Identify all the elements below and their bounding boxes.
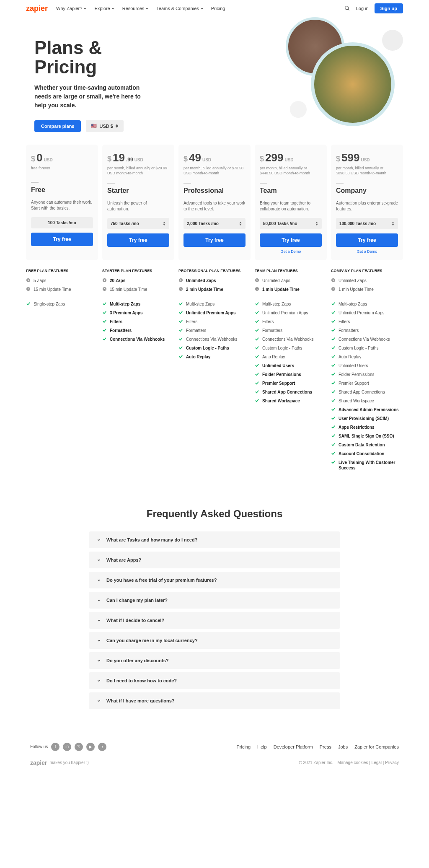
faq-item-8[interactable]: What if I have more questions? (89, 692, 340, 709)
footer-link-2[interactable]: Developer Platform (274, 744, 313, 749)
nav-item-4[interactable]: Pricing (211, 6, 225, 11)
price-amount: 0 (36, 151, 42, 164)
try-free-button[interactable]: Try free (336, 233, 398, 247)
plan-desc: Unleash the power of automation. (107, 200, 169, 212)
feature-heading: STARTER PLAN FEATURES (102, 269, 174, 273)
feature-row: Single-step Zaps (26, 301, 98, 307)
feature-row: Unlimited Zaps (331, 278, 403, 283)
feature-row: 5 Zaps (26, 278, 98, 283)
faq-item-7[interactable]: Do I need to know how to code? (89, 672, 340, 689)
get-demo-link[interactable]: Get a Demo (260, 249, 322, 254)
chevron-down-icon (97, 599, 101, 602)
facebook-icon[interactable]: f (51, 743, 59, 751)
search-icon[interactable] (344, 5, 350, 11)
feature-row: Filters (255, 319, 327, 324)
faq-question: Can you charge me in my local currency? (106, 638, 198, 643)
tasks-select[interactable]: 750 Tasks /mo (107, 218, 169, 229)
check-icon (255, 363, 259, 368)
check-icon (331, 451, 336, 456)
currency-select[interactable]: 🇺🇸USD $ (86, 120, 123, 132)
feature-row: Formatters (102, 328, 174, 333)
try-free-button[interactable]: Try free (107, 233, 169, 247)
zap-icon (102, 278, 107, 282)
nav-item-2[interactable]: Resources (122, 6, 149, 11)
tasks-select[interactable]: 50,000 Tasks /mo (260, 218, 322, 229)
youtube-icon[interactable]: ▶ (86, 743, 95, 751)
price-amount: 599 (341, 151, 359, 164)
legal-link-0[interactable]: Manage cookies (338, 760, 368, 765)
faq-item-2[interactable]: Do you have a free trial of your premium… (89, 572, 340, 588)
feature-row: 1 min Update Time (331, 287, 403, 292)
check-icon (255, 398, 259, 403)
faq-item-4[interactable]: What if I decide to cancel? (89, 612, 340, 629)
faq-item-0[interactable]: What are Tasks and how many do I need? (89, 531, 340, 548)
check-icon (331, 337, 336, 341)
footer: Follow us f in 𝕏 ▶ ⟩ PricingHelpDevelope… (22, 734, 407, 775)
feature-row: Filters (331, 319, 403, 324)
faq-item-6[interactable]: Do you offer any discounts? (89, 652, 340, 669)
nav-item-1[interactable]: Explore (94, 6, 114, 11)
price-amount: 49 (189, 151, 201, 164)
page-subtitle: Whether your time-saving automation need… (34, 83, 152, 110)
check-icon (331, 381, 336, 385)
linkedin-icon[interactable]: in (63, 743, 71, 751)
feature-row: Multi-step Zaps (178, 301, 251, 307)
chevron-down-icon (97, 558, 101, 562)
faq-item-1[interactable]: What are Apps? (89, 552, 340, 568)
chevron-down-icon (200, 7, 204, 10)
try-free-button[interactable]: Try free (260, 233, 322, 247)
footer-link-4[interactable]: Jobs (338, 744, 348, 749)
feature-row: Shared App Connections (331, 389, 403, 395)
feature-row: Shared Workspace (331, 398, 403, 404)
faq-item-5[interactable]: Can you charge me in my local currency? (89, 632, 340, 649)
faq-question: What are Apps? (106, 557, 141, 562)
rss-icon[interactable]: ⟩ (98, 743, 106, 751)
feature-row: Connections Via Webhooks (102, 337, 174, 342)
check-icon (255, 310, 259, 315)
check-icon (331, 363, 336, 368)
get-demo-link[interactable]: Get a Demo (336, 249, 398, 254)
feature-row: Unlimited Users (255, 363, 327, 368)
footer-link-1[interactable]: Help (257, 744, 267, 749)
try-free-button[interactable]: Try free (183, 233, 246, 247)
feature-row: Unlimited Zaps (178, 278, 251, 283)
feature-heading: TEAM PLAN FEATURES (255, 269, 327, 273)
tasks-select[interactable]: 100,000 Tasks /mo (336, 218, 398, 229)
legal-link-1[interactable]: Legal (372, 760, 382, 765)
feature-row: Filters (178, 319, 251, 324)
footer-link-3[interactable]: Press (320, 744, 331, 749)
feature-row: Auto Replay (331, 354, 403, 360)
hero: Plans & Pricing Whether your time-saving… (26, 17, 403, 145)
feature-row: Folder Permissions (255, 372, 327, 377)
footer-link-0[interactable]: Pricing (236, 744, 251, 749)
feature-heading: FREE PLAN FEATURES (26, 269, 98, 273)
check-icon (178, 310, 183, 315)
signup-button[interactable]: Sign up (375, 3, 403, 13)
chevron-down-icon (97, 639, 101, 642)
legal-link-2[interactable]: Privacy (385, 760, 399, 765)
plan-card-professional: $49USDper month, billed annually or $73.… (178, 145, 251, 260)
plan-card-company: $599USDper month, billed annually or $89… (331, 145, 403, 260)
check-icon (331, 319, 336, 324)
twitter-icon[interactable]: 𝕏 (75, 743, 83, 751)
compare-plans-button[interactable]: Compare plans (34, 120, 81, 132)
feature-row: Unlimited Premium Apps (255, 310, 327, 316)
footer-logo[interactable]: zapier (30, 759, 47, 766)
feature-row: 3 Premium Apps (102, 310, 174, 316)
currency-code: USD (134, 158, 143, 162)
footer-link-5[interactable]: Zapier for Companies (354, 744, 399, 749)
price-amount: 299 (265, 151, 283, 164)
faq-item-3[interactable]: Can I change my plan later? (89, 592, 340, 609)
check-icon (178, 354, 183, 359)
login-link[interactable]: Log in (356, 6, 369, 11)
logo[interactable]: zapier (26, 4, 48, 13)
nav-item-3[interactable]: Teams & Companies (156, 6, 204, 11)
plan-name: Free (31, 186, 93, 194)
tasks-select[interactable]: 2,000 Tasks /mo (183, 218, 246, 229)
nav-item-0[interactable]: Why Zapier? (56, 6, 87, 11)
check-icon (178, 328, 183, 332)
feature-col-4: COMPANY PLAN FEATURESUnlimited Zaps1 min… (331, 269, 403, 474)
try-free-button[interactable]: Try free (31, 233, 93, 246)
currency-code: USD (284, 158, 293, 162)
check-icon (331, 328, 336, 332)
